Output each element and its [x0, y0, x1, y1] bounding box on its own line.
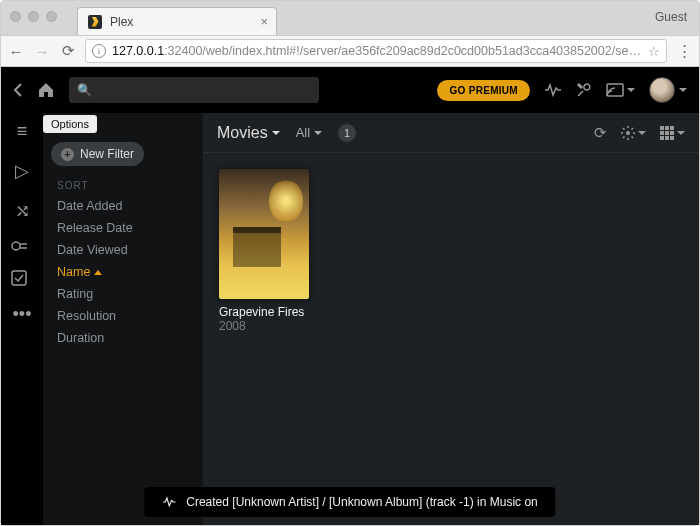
sort-item-name[interactable]: Name [43, 261, 203, 283]
record-rail-icon[interactable] [11, 240, 33, 252]
svg-rect-8 [665, 131, 669, 135]
svg-rect-12 [670, 136, 674, 140]
user-menu[interactable] [649, 77, 687, 103]
filter-label: All [296, 125, 310, 140]
url-host: 127.0.0.1 [112, 44, 164, 58]
play-rail-icon[interactable]: ▷ [11, 160, 33, 182]
chevron-down-icon [677, 131, 685, 135]
svg-rect-4 [660, 126, 664, 130]
check-rail-icon[interactable] [11, 270, 33, 286]
app-topbar: 🔍 GO PREMIUM [1, 67, 699, 113]
sort-item-resolution[interactable]: Resolution [43, 305, 203, 327]
filter-dropdown[interactable]: All [296, 125, 322, 140]
back-icon[interactable]: ← [7, 43, 25, 60]
app-body: ≡ ▷ ⤭ ••• Options + New Filter SORT Date… [1, 113, 699, 525]
content: Movies All 1 ⟳ [203, 113, 699, 525]
new-filter-label: New Filter [80, 147, 134, 161]
sort-item-date-added[interactable]: Date Added [43, 195, 203, 217]
site-info-icon[interactable]: i [92, 44, 106, 58]
grid-view-icon[interactable] [660, 126, 685, 140]
tools-icon[interactable] [576, 82, 592, 98]
svg-rect-7 [660, 131, 664, 135]
movie-year: 2008 [219, 319, 311, 333]
tab-title: Plex [110, 15, 133, 29]
poster[interactable] [219, 169, 309, 299]
address-bar[interactable]: i 127.0.0.1 :32400/web/index.html#!/serv… [85, 39, 667, 63]
more-rail-icon[interactable]: ••• [11, 304, 33, 325]
svg-rect-10 [660, 136, 664, 140]
menu-icon[interactable]: ⋮ [675, 42, 693, 60]
back-app-icon[interactable] [13, 83, 23, 97]
items-grid: Grapevine Fires2008 [203, 153, 699, 349]
bookmark-icon[interactable]: ☆ [648, 44, 660, 59]
home-icon[interactable] [37, 82, 55, 98]
go-premium-button[interactable]: GO PREMIUM [437, 80, 530, 101]
sort-item-date-viewed[interactable]: Date Viewed [43, 239, 203, 261]
address-bar-row: ← → ⟳ i 127.0.0.1 :32400/web/index.html#… [1, 35, 699, 67]
window-controls[interactable] [10, 11, 57, 22]
list-header: Movies All 1 ⟳ [203, 113, 699, 153]
toast-message: Created [Unknown Artist] / [Unknown Albu… [186, 495, 537, 509]
chevron-down-icon [679, 88, 687, 92]
profile-label[interactable]: Guest [655, 10, 687, 24]
svg-rect-2 [12, 271, 26, 285]
sort-item-release-date[interactable]: Release Date [43, 217, 203, 239]
item-count: 1 [338, 124, 356, 142]
svg-rect-5 [665, 126, 669, 130]
browser-tab[interactable]: Plex × [77, 7, 277, 35]
search-input[interactable]: 🔍 [69, 77, 319, 103]
svg-point-3 [626, 131, 630, 135]
plus-icon: + [61, 148, 74, 161]
sort-asc-icon [94, 270, 102, 275]
library-title-dropdown[interactable]: Movies [217, 124, 280, 142]
movie-card[interactable]: Grapevine Fires2008 [219, 169, 311, 333]
avatar [649, 77, 675, 103]
settings-icon[interactable] [621, 126, 646, 140]
sort-header: SORT [43, 176, 203, 195]
forward-icon: → [33, 43, 51, 60]
menu-rail-icon[interactable]: ≡ [11, 121, 33, 142]
chevron-down-icon [314, 131, 322, 135]
options-panel: Options + New Filter SORT Date AddedRele… [43, 113, 203, 525]
movie-title[interactable]: Grapevine Fires [219, 305, 311, 319]
sort-item-duration[interactable]: Duration [43, 327, 203, 349]
activity-icon[interactable] [544, 83, 562, 97]
svg-rect-9 [670, 131, 674, 135]
maximize-window-icon[interactable] [46, 11, 57, 22]
new-filter-button[interactable]: + New Filter [51, 142, 144, 166]
cast-icon[interactable] [606, 83, 635, 97]
minimize-window-icon[interactable] [28, 11, 39, 22]
plex-favicon-icon [88, 15, 102, 29]
library-title: Movies [217, 124, 268, 142]
tab-strip: Plex × Guest [1, 1, 699, 35]
shuffle-rail-icon[interactable]: ⤭ [11, 200, 33, 222]
sort-item-rating[interactable]: Rating [43, 283, 203, 305]
browser-window: Plex × Guest ← → ⟳ i 127.0.0.1 :32400/we… [0, 0, 700, 526]
activity-icon [162, 496, 176, 508]
options-chip[interactable]: Options [43, 115, 97, 133]
refresh-icon[interactable]: ⟳ [594, 124, 607, 142]
nav-rail: ≡ ▷ ⤭ ••• [1, 113, 43, 525]
svg-rect-11 [665, 136, 669, 140]
url-rest: :32400/web/index.html#!/server/ae356fc20… [164, 44, 641, 58]
chevron-down-icon [638, 131, 646, 135]
reload-icon[interactable]: ⟳ [59, 42, 77, 60]
svg-point-1 [12, 242, 20, 250]
search-icon: 🔍 [77, 83, 92, 97]
svg-rect-6 [670, 126, 674, 130]
toast: Created [Unknown Artist] / [Unknown Albu… [144, 487, 555, 517]
close-tab-icon[interactable]: × [260, 14, 268, 29]
plex-app: 🔍 GO PREMIUM ≡ ▷ ⤭ ••• Opt [1, 67, 699, 525]
close-window-icon[interactable] [10, 11, 21, 22]
chevron-down-icon [272, 131, 280, 135]
